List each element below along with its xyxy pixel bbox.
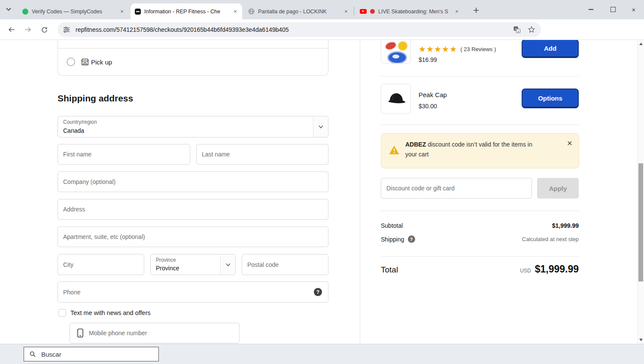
apartment-field[interactable] bbox=[58, 226, 328, 247]
divider bbox=[381, 125, 579, 125]
shipping-note: Calculated at next step bbox=[522, 236, 579, 242]
scrollbar-thumb[interactable] bbox=[638, 163, 643, 281]
first-name-field[interactable] bbox=[58, 144, 190, 165]
youtube-favicon bbox=[360, 9, 367, 14]
chevron-down-icon[interactable] bbox=[313, 116, 328, 137]
country-value: Canada bbox=[63, 127, 84, 134]
product-price: $30.00 bbox=[419, 103, 437, 110]
sms-optin-label[interactable]: Text me with news and offers bbox=[70, 309, 151, 316]
tab-close-icon[interactable]: × bbox=[118, 8, 125, 15]
window-minimize-button[interactable] bbox=[580, 0, 601, 19]
upsell-product-image bbox=[381, 40, 411, 64]
back-button[interactable] bbox=[4, 22, 19, 37]
divider bbox=[381, 211, 579, 211]
windows-taskbar: NEW + 1 bbox=[0, 344, 644, 364]
shipping-address-heading: Shipping address bbox=[58, 93, 133, 104]
last-name-field[interactable] bbox=[196, 144, 328, 165]
taskbar-search-input[interactable] bbox=[40, 350, 141, 358]
tab-simplycodes[interactable]: Verify Codes — SimplyCodes × bbox=[18, 3, 129, 19]
warning-code: ADBEZ bbox=[405, 141, 426, 148]
tab-title: Information - REP Fitness - Che bbox=[144, 9, 228, 15]
rep-fitness-favicon bbox=[135, 9, 141, 15]
province-value: Province bbox=[156, 265, 179, 272]
live-red-dot-icon bbox=[370, 9, 375, 14]
window-close-button[interactable]: × bbox=[623, 0, 644, 19]
tab-lockink[interactable]: Pantalla de pago - LOCKINK × bbox=[244, 3, 353, 19]
scroll-down-arrow[interactable] bbox=[639, 339, 643, 341]
tab-repfitness-active[interactable]: Information - REP Fitness - Che × bbox=[131, 3, 242, 19]
pickup-radio[interactable] bbox=[67, 58, 75, 66]
card-divider bbox=[58, 48, 328, 49]
tab-close-icon[interactable]: × bbox=[343, 8, 349, 15]
scroll-up-arrow[interactable] bbox=[639, 43, 643, 45]
country-select[interactable]: Country/region Canada bbox=[58, 116, 328, 138]
apply-button[interactable]: Apply bbox=[537, 178, 579, 199]
tab-close-icon[interactable]: × bbox=[232, 8, 239, 15]
province-select[interactable]: Province Province bbox=[150, 254, 236, 275]
tab-separator bbox=[354, 7, 354, 15]
total-label: Total bbox=[381, 265, 398, 275]
tab-title: Verify Codes — SimplyCodes bbox=[32, 9, 115, 15]
shipping-label: Shipping bbox=[381, 236, 404, 243]
chevron-down-icon[interactable] bbox=[220, 254, 235, 275]
browser-toolbar: repfitness.com/57412157598/checkouts/920… bbox=[0, 19, 644, 40]
subtotal-value: $1,999.99 bbox=[552, 222, 579, 229]
company-field[interactable] bbox=[58, 171, 328, 192]
city-field[interactable] bbox=[58, 254, 144, 275]
sms-optin-checkbox[interactable] bbox=[58, 309, 66, 317]
total-row: Total USD $1,999.99 bbox=[381, 263, 579, 275]
upsell-rating-row: ★★★★★ ( 23 Reviews ) bbox=[419, 44, 522, 54]
forward-button[interactable] bbox=[21, 22, 35, 37]
postal-code-field[interactable] bbox=[242, 254, 328, 275]
search-icon bbox=[29, 351, 36, 358]
new-tab-button[interactable] bbox=[471, 5, 482, 16]
shipping-help-icon[interactable]: ? bbox=[408, 236, 415, 243]
pickup-label[interactable]: Pick up bbox=[91, 58, 112, 66]
discount-warning-banner: ADBEZ discount code isn’t valid for the … bbox=[381, 133, 579, 168]
delivery-method-card: Pick up bbox=[58, 40, 328, 76]
peak-cap-image bbox=[381, 84, 411, 114]
star-rating: ★★★★★ bbox=[419, 44, 457, 54]
address-bar[interactable]: repfitness.com/57412157598/checkouts/920… bbox=[58, 22, 541, 37]
divider bbox=[381, 256, 579, 257]
country-label: Country/region bbox=[63, 119, 97, 125]
phone-field[interactable] bbox=[58, 281, 328, 303]
warning-close-icon[interactable]: × bbox=[567, 138, 572, 148]
warning-message: ADBEZ discount code isn’t valid for the … bbox=[405, 140, 543, 159]
mobile-phone-field[interactable] bbox=[70, 323, 240, 343]
options-button[interactable]: Options bbox=[522, 89, 579, 108]
upsell-price: $16.99 bbox=[419, 56, 437, 63]
total-value: $1,999.99 bbox=[535, 263, 579, 275]
tab-title: LIVE Skateboarding: Men's S bbox=[378, 9, 450, 15]
page-scrollbar[interactable] bbox=[637, 40, 644, 344]
reload-button[interactable] bbox=[37, 22, 52, 37]
phone-help-icon[interactable]: ? bbox=[314, 288, 322, 296]
svg-text:a: a bbox=[517, 30, 519, 33]
window-maximize-button[interactable] bbox=[603, 0, 623, 19]
taskbar-search-box[interactable] bbox=[24, 347, 159, 361]
address-field[interactable] bbox=[58, 199, 328, 220]
translate-icon[interactable]: A a bbox=[513, 25, 521, 36]
screen: Verify Codes — SimplyCodes × Information… bbox=[0, 0, 644, 364]
add-button[interactable]: Add bbox=[522, 40, 579, 58]
divider bbox=[381, 76, 579, 76]
column-divider bbox=[360, 40, 360, 344]
simplycodes-favicon bbox=[22, 9, 28, 15]
currency-code: USD bbox=[520, 268, 531, 274]
province-label: Province bbox=[156, 257, 176, 263]
mobile-phone-icon bbox=[76, 328, 85, 340]
tab-search-chevron-icon[interactable] bbox=[4, 5, 13, 15]
subtotal-label: Subtotal bbox=[381, 222, 403, 229]
tab-close-icon[interactable]: × bbox=[453, 8, 460, 15]
site-settings-icon[interactable] bbox=[63, 26, 70, 35]
globe-favicon bbox=[248, 8, 255, 15]
tab-strip: Verify Codes — SimplyCodes × Information… bbox=[0, 0, 644, 19]
subtotal-row: Subtotal $1,999.99 bbox=[381, 222, 579, 229]
url-text: repfitness.com/57412157598/checkouts/920… bbox=[76, 26, 289, 33]
review-count[interactable]: ( 23 Reviews ) bbox=[460, 46, 496, 52]
tab-title: Pantalla de pago - LOCKINK bbox=[258, 9, 339, 15]
bookmark-star-icon[interactable] bbox=[527, 25, 536, 36]
product-name: Peak Cap bbox=[419, 91, 447, 98]
discount-code-field[interactable] bbox=[381, 178, 532, 199]
tab-youtube-live[interactable]: LIVE Skateboarding: Men's S × bbox=[355, 3, 464, 19]
